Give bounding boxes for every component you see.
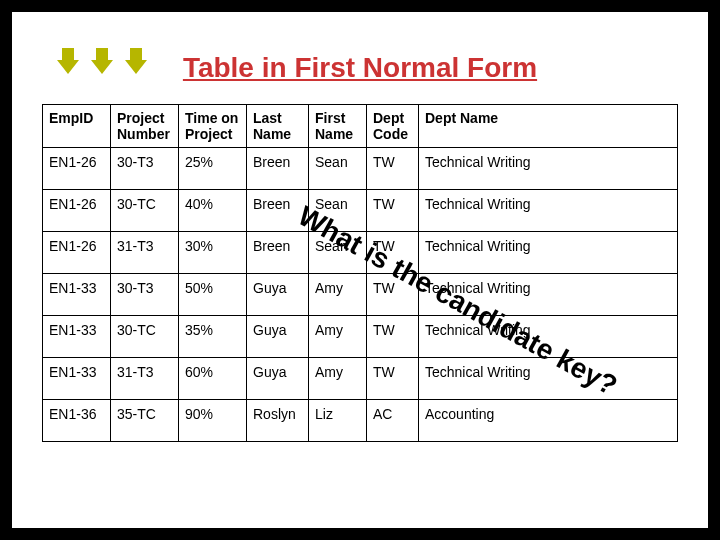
cell-dname: Technical Writing <box>419 148 678 190</box>
cell-time: 35% <box>179 316 247 358</box>
cell-empid: EN1-26 <box>43 148 111 190</box>
col-time: Time on Project <box>179 105 247 148</box>
cell-empid: EN1-33 <box>43 358 111 400</box>
cell-dname: Technical Writing <box>419 316 678 358</box>
col-dname: Dept Name <box>419 105 678 148</box>
cell-dname: Technical Writing <box>419 274 678 316</box>
table-row: EN1-26 30-TC 40% Breen Sean TW Technical… <box>43 190 678 232</box>
cell-last: Breen <box>247 232 309 274</box>
cell-projnum: 30-TC <box>111 190 179 232</box>
cell-dname: Accounting <box>419 400 678 442</box>
page-title: Table in First Normal Form <box>183 52 537 84</box>
cell-projnum: 35-TC <box>111 400 179 442</box>
cell-dcode: TW <box>367 190 419 232</box>
table-row: EN1-33 30-T3 50% Guya Amy TW Technical W… <box>43 274 678 316</box>
table-header-row: EmpID Project Number Time on Project Las… <box>43 105 678 148</box>
cell-empid: EN1-33 <box>43 316 111 358</box>
cell-time: 50% <box>179 274 247 316</box>
cell-time: 25% <box>179 148 247 190</box>
cell-dcode: TW <box>367 316 419 358</box>
cell-dcode: TW <box>367 148 419 190</box>
table-row: EN1-33 31-T3 60% Guya Amy TW Technical W… <box>43 358 678 400</box>
table-row: EN1-26 31-T3 30% Breen Sean TW Technical… <box>43 232 678 274</box>
col-empid: EmpID <box>43 105 111 148</box>
cell-last: Breen <box>247 148 309 190</box>
cell-first: Sean <box>309 232 367 274</box>
cell-dcode: TW <box>367 232 419 274</box>
col-projnum: Project Number <box>111 105 179 148</box>
data-table: EmpID Project Number Time on Project Las… <box>42 104 678 442</box>
cell-first: Amy <box>309 274 367 316</box>
cell-time: 40% <box>179 190 247 232</box>
cell-first: Amy <box>309 358 367 400</box>
cell-last: Guya <box>247 316 309 358</box>
cell-empid: EN1-33 <box>43 274 111 316</box>
cell-projnum: 30-TC <box>111 316 179 358</box>
cell-projnum: 30-T3 <box>111 274 179 316</box>
cell-dcode: AC <box>367 400 419 442</box>
cell-time: 60% <box>179 358 247 400</box>
cell-empid: EN1-26 <box>43 190 111 232</box>
cell-projnum: 31-T3 <box>111 232 179 274</box>
table-row: EN1-26 30-T3 25% Breen Sean TW Technical… <box>43 148 678 190</box>
col-dcode: Dept Code <box>367 105 419 148</box>
cell-empid: EN1-36 <box>43 400 111 442</box>
cell-dcode: TW <box>367 274 419 316</box>
cell-time: 30% <box>179 232 247 274</box>
cell-projnum: 30-T3 <box>111 148 179 190</box>
cell-dcode: TW <box>367 358 419 400</box>
cell-projnum: 31-T3 <box>111 358 179 400</box>
cell-first: Sean <box>309 148 367 190</box>
cell-last: Breen <box>247 190 309 232</box>
cell-first: Sean <box>309 190 367 232</box>
cell-first: Liz <box>309 400 367 442</box>
cell-dname: Technical Writing <box>419 358 678 400</box>
cell-last: Roslyn <box>247 400 309 442</box>
cell-last: Guya <box>247 274 309 316</box>
slide: Table in First Normal Form EmpID Project… <box>12 12 708 528</box>
col-last: Last Name <box>247 105 309 148</box>
cell-empid: EN1-26 <box>43 232 111 274</box>
table-row: EN1-33 30-TC 35% Guya Amy TW Technical W… <box>43 316 678 358</box>
cell-dname: Technical Writing <box>419 190 678 232</box>
table-row: EN1-36 35-TC 90% Roslyn Liz AC Accountin… <box>43 400 678 442</box>
title-wrap: Table in First Normal Form <box>12 52 708 84</box>
cell-first: Amy <box>309 316 367 358</box>
cell-dname: Technical Writing <box>419 232 678 274</box>
col-first: First Name <box>309 105 367 148</box>
cell-last: Guya <box>247 358 309 400</box>
cell-time: 90% <box>179 400 247 442</box>
